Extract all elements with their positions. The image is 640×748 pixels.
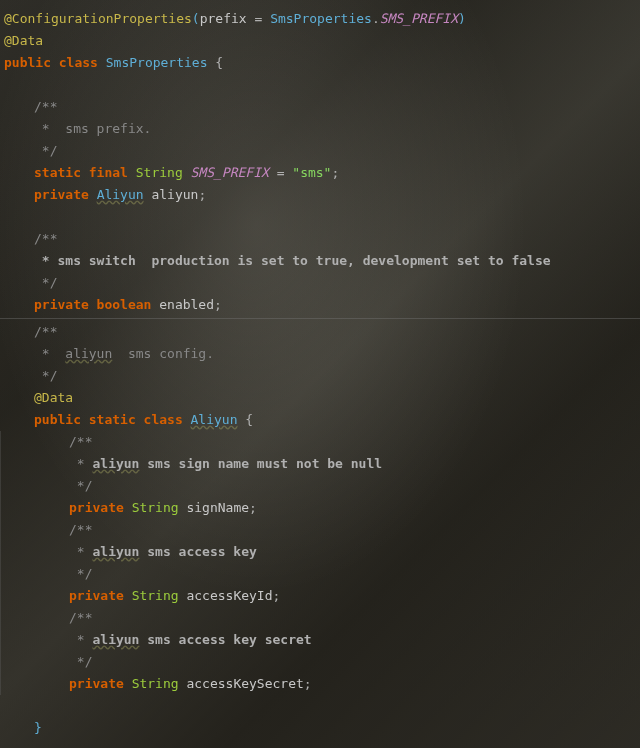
comment-line: * aliyun sms access key secret: [0, 629, 640, 651]
comment-line: */: [0, 475, 640, 497]
code-line: public class SmsProperties {: [0, 52, 640, 74]
comment-line: /**: [0, 321, 640, 343]
paren-open: (: [192, 11, 200, 26]
code-line: public static class Aliyun {: [0, 409, 640, 431]
code-editor[interactable]: @ConfigurationProperties(prefix = SmsPro…: [0, 0, 640, 739]
paren-close: ): [458, 11, 466, 26]
code-line: private String accessKeySecret;: [0, 673, 640, 695]
code-line: @ConfigurationProperties(prefix = SmsPro…: [0, 8, 640, 30]
code-line: static final String SMS_PREFIX = "sms";: [0, 162, 640, 184]
comment-line: */: [0, 365, 640, 387]
code-line: private String signName;: [0, 497, 640, 519]
comment-line: */: [0, 140, 640, 162]
comment-line: */: [0, 272, 640, 294]
comment-line: /**: [0, 607, 640, 629]
param-name: prefix: [200, 11, 247, 26]
comment-line: /**: [0, 431, 640, 453]
code-line: }: [0, 717, 640, 739]
blank-line: [0, 695, 640, 717]
code-line: @Data: [0, 30, 640, 52]
comment-line: /**: [0, 228, 640, 250]
comment-line: * aliyun sms config.: [0, 343, 640, 365]
code-line: @Data: [0, 387, 640, 409]
blank-line: [0, 74, 640, 96]
comment-line: /**: [0, 96, 640, 118]
comment-line: */: [0, 651, 640, 673]
annotation: @Data: [4, 33, 43, 48]
comment-line: * sms prefix.: [0, 118, 640, 140]
code-line: private Aliyun aliyun;: [0, 184, 640, 206]
code-line: private boolean enabled;: [0, 294, 640, 316]
code-line: private String accessKeyId;: [0, 585, 640, 607]
annotation: @ConfigurationProperties: [4, 11, 192, 26]
blank-line: [0, 206, 640, 228]
comment-line: /**: [0, 519, 640, 541]
section-separator: [0, 318, 640, 319]
comment-line: * sms switch production is set to true, …: [0, 250, 640, 272]
comment-line: * aliyun sms access key: [0, 541, 640, 563]
comment-line: * aliyun sms sign name must not be null: [0, 453, 640, 475]
comment-line: */: [0, 563, 640, 585]
